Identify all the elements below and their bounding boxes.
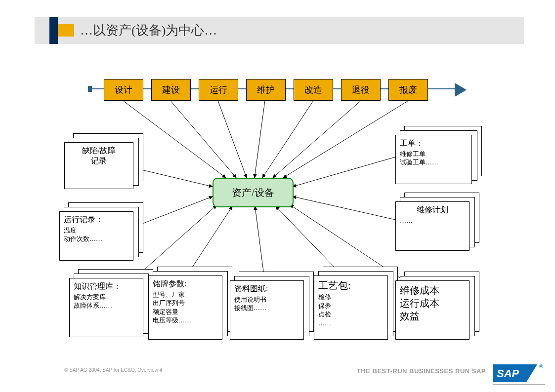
svg-line-8 (133, 196, 213, 227)
svg-line-3 (255, 101, 265, 178)
doc-know: 知识管理库：解决方案库 故障体系…… (69, 269, 153, 338)
doc-workorder: 工单：维修工单 试验工单…… (395, 126, 482, 185)
doc-workorder-title: 工单： (400, 138, 468, 149)
svg-line-2 (218, 101, 247, 178)
doc-techpack-title: 工艺包: (318, 279, 384, 292)
doc-cost: 维修成本运行成本效益 (395, 272, 479, 341)
doc-cost-title: 维修成本运行成本效益 (400, 284, 465, 322)
doc-defect-title: 缺陷/故障记录 (69, 146, 129, 166)
doc-defect: 缺陷/故障记录 (64, 133, 143, 190)
doc-oplog-title: 运行记录： (64, 215, 129, 225)
svg-line-5 (273, 101, 361, 178)
svg-line-10 (188, 206, 232, 274)
title-accent-gold (58, 24, 74, 37)
svg-line-1 (171, 101, 236, 178)
doc-oplog: 运行记录：温度 动作次数…… (59, 202, 143, 262)
slide-title: …以资产(设备)为中心… (80, 22, 217, 39)
doc-oplog-body: 温度 动作次数…… (64, 226, 129, 243)
doc-drawings-body: 使用说明书 接线图…… (234, 295, 299, 313)
svg-line-6 (283, 101, 408, 178)
doc-drawings-title: 资料图纸: (234, 284, 299, 294)
phase-0: 设计 (104, 79, 143, 101)
svg-line-7 (133, 168, 213, 187)
phase-5: 退役 (341, 79, 381, 101)
phase-2: 运行 (199, 79, 238, 101)
doc-plan-body: …… (400, 216, 465, 225)
center-asset-node: 资产/设备 (213, 178, 294, 207)
doc-nameplate-body: 型号、厂家 出厂序列号 额定容量 电压等级…… (153, 290, 218, 325)
doc-drawings: 资料图纸: 使用说明书 接线图…… (230, 272, 314, 341)
title-accent-navy (49, 17, 58, 44)
sap-logo: SAP ® (493, 360, 545, 385)
doc-techpack-body: 检修 保养 点检 …… (318, 293, 384, 327)
doc-techpack: 工艺包: 检修 保养 点检 …… (314, 267, 398, 341)
svg-text:®: ® (539, 364, 543, 369)
doc-nameplate: 铭牌参数: 型号、厂家 出厂序列号 额定容量 电压等级…… (148, 267, 232, 341)
footer-copyright: © SAP AG 2004, SAP for EC&O, Overview 4 (64, 367, 162, 373)
doc-nameplate-title: 铭牌参数: (153, 279, 218, 289)
arrow-head-icon (455, 83, 467, 97)
doc-know-body: 解决方案库 故障体系…… (74, 293, 139, 310)
phase-6: 报废 (388, 79, 428, 101)
svg-line-12 (276, 206, 341, 274)
svg-rect-16 (493, 384, 545, 385)
phase-3: 维护 (246, 79, 286, 101)
footer-tagline: THE BEST-RUN BUSINESSES RUN SAP (357, 367, 486, 375)
svg-text:SAP: SAP (497, 367, 519, 380)
doc-workorder-body: 维修工单 试验工单…… (400, 150, 468, 167)
doc-plan-title: 维修计划 (400, 205, 465, 215)
phase-4: 改造 (294, 79, 333, 101)
slide: …以资产(设备)为中心… 设计建设运行维护改造退役报废 (0, 0, 555, 392)
svg-line-15 (293, 196, 395, 220)
doc-plan: 维修计划…… (395, 193, 479, 252)
svg-line-4 (262, 101, 313, 178)
svg-line-14 (293, 157, 395, 187)
doc-know-title: 知识管理库： (74, 281, 139, 292)
phase-1: 建设 (151, 79, 191, 101)
svg-line-11 (255, 206, 264, 279)
